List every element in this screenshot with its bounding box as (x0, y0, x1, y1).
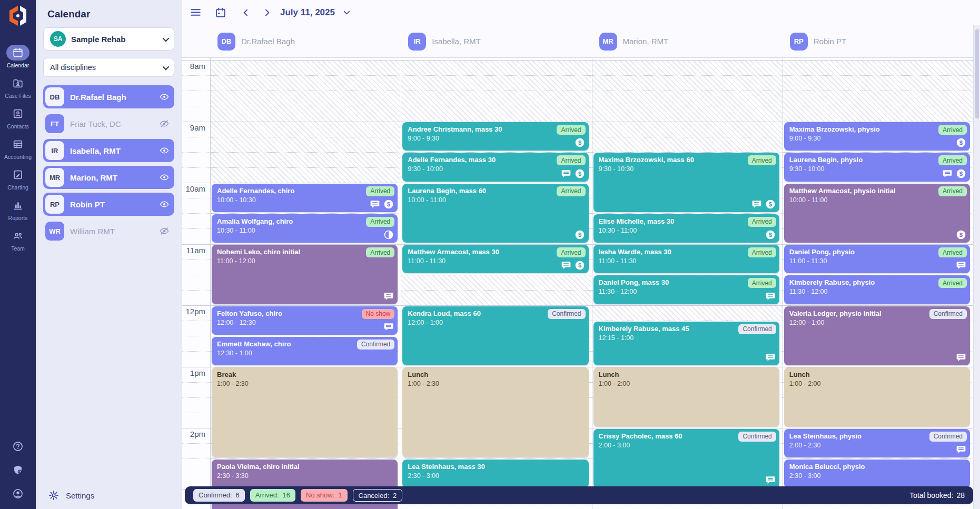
rail-item-accounting[interactable]: Accounting (0, 136, 36, 160)
column-separator (210, 25, 211, 509)
status-badge: Arrived (557, 155, 585, 165)
appointment-crissy-pacholec-mass-60[interactable]: Crissy Pacholec, mass 60 2:00 - 3:00 Con… (593, 429, 779, 488)
staff-avatar: RP (45, 195, 64, 214)
appointment-time: 12:30 - 1:00 (217, 350, 392, 357)
appointment-emmett-mcshaw-chiro[interactable]: Emmett Mcshaw, chiro 12:30 - 1:00 Confir… (212, 337, 398, 365)
appointment-daniel-pong-mass-30[interactable]: Daniel Pong, mass 30 11:30 - 12:00 Arriv… (593, 275, 779, 304)
staff-item-friar-tuck-dc[interactable]: FT Friar Tuck, DC (43, 112, 174, 135)
appointment-time: 10:00 - 11:00 (789, 196, 965, 204)
staff-avatar: WR (45, 222, 64, 241)
status-badge: Confirmed (548, 309, 585, 319)
chat-icon (383, 291, 394, 302)
date-dropdown-icon[interactable] (340, 6, 354, 19)
dollar-icon: $ (956, 168, 966, 179)
rail-item-label: Reports (8, 215, 28, 221)
appointment-daniel-pong-physio[interactable]: Daniel Pong, physio 11:00 - 11:30 Arrive… (784, 245, 970, 273)
provider-avatar: MR (599, 33, 617, 51)
rail-item-case-files[interactable]: Case Files (0, 75, 36, 99)
appointment-monica-belucci-physio[interactable]: Monica Belucci, physio 2:30 - 3:00 (784, 460, 970, 488)
eye-off-icon (160, 119, 169, 128)
appointment-lunch[interactable]: Lunch 1:00 - 2:00 (593, 367, 779, 427)
appointment-kendra-loud-mass-60[interactable]: Kendra Loud, mass 60 12:00 - 1:00 Confir… (402, 306, 588, 366)
rail-item-charting[interactable]: Charting (0, 167, 36, 191)
rail-item-label: Calendar (7, 62, 29, 68)
appointment-felton-yafuso-chiro[interactable]: Felton Yafuso, chiro 12:00 - 12:30 No sh… (212, 306, 398, 335)
appointment-time: 2:30 - 3:30 (217, 472, 392, 480)
prev-day-button[interactable] (239, 6, 253, 19)
appointment-lunch[interactable]: Lunch 1:00 - 2:30 (402, 367, 588, 457)
appointment-adelle-fernandes-mass-30[interactable]: Adelle Fernandes, mass 30 9:30 - 10:00 A… (402, 153, 588, 181)
clinic-avatar: SA (50, 31, 66, 47)
provider-name: Isabella, RMT (432, 37, 481, 46)
next-day-button[interactable] (260, 6, 274, 19)
appointment-kimberely-rabuse-physio[interactable]: Kimberely Rabuse, physio 11:30 - 12:00 A… (784, 275, 970, 304)
appointment-lea-steinhaus-mass-30[interactable]: Lea Steinhaus, mass 30 2:30 - 3:00 (402, 460, 588, 488)
chat-icon (751, 199, 762, 209)
appointment-valeria-ledger-physio-initial[interactable]: Valeria Ledger, physio initial 12:00 - 1… (784, 306, 970, 366)
rail-item-calendar[interactable]: Calendar (0, 45, 36, 68)
appointment-matthew-armacost-physio-initial[interactable]: Matthew Armacost, physio initial 10:00 -… (784, 184, 970, 243)
nav-rail: Calendar Case Files Contacts Accounting … (0, 0, 36, 509)
discipline-filter[interactable]: All disciplines (43, 58, 174, 77)
appointment-time: 12:00 - 12:30 (217, 319, 392, 326)
svg-text:$: $ (387, 201, 390, 207)
clinic-selector[interactable]: SA Sample Rehab (43, 27, 174, 51)
appointment-amalia-wolfgang-chiro[interactable]: Amalia Wolfgang, chiro 10:30 - 11:00 Arr… (212, 214, 398, 243)
appointment-icons: $ (956, 229, 966, 240)
menu-icon[interactable] (189, 6, 202, 19)
appointment-iesha-wardle-mass-30[interactable]: Iesha Wardle, mass 30 11:00 - 11:30 Arri… (593, 245, 779, 273)
sidebar-panel: Calendar SA Sample Rehab All disciplines… (36, 0, 182, 509)
appointment-matthew-armacost-mass-30[interactable]: Matthew Armacost, mass 30 11:00 - 11:30 … (402, 245, 588, 273)
rail-item-contacts[interactable]: Contacts (0, 106, 36, 129)
appointment-maxima-brzozowski-physio[interactable]: Maxima Brzozowski, physio 9:00 - 9:30 Ar… (784, 122, 970, 151)
chat-icon (765, 352, 776, 363)
help-button[interactable] (12, 441, 24, 454)
gear-icon (48, 490, 59, 501)
column-header-robin-pt[interactable]: RP Robin PT (783, 25, 973, 58)
provider-avatar: RP (790, 33, 808, 51)
appointment-lunch[interactable]: Lunch 1:00 - 2:00 (784, 367, 970, 427)
grid-line (182, 183, 973, 183)
appointment-icons (765, 291, 776, 302)
staff-avatar: FT (45, 114, 64, 133)
settings-button[interactable]: Settings (48, 490, 94, 501)
time-label: 1pm (182, 368, 210, 377)
appointment-elise-michelle-mass-30[interactable]: Elise Michelle, mass 30 10:30 - 11:00 Ar… (593, 214, 779, 243)
vertical-scrollbar[interactable] (973, 25, 980, 509)
rail-item-team[interactable]: Team (0, 228, 36, 252)
staff-item-isabella-rmt[interactable]: IR Isabella, RMT (43, 139, 174, 162)
account-button[interactable] (12, 488, 24, 502)
staff-item-robin-pt[interactable]: RP Robin PT (43, 193, 174, 216)
appointment-icons (383, 229, 394, 240)
appointment-andree-christmann-mass-30[interactable]: Andree Christmann, mass 30 9:00 - 9:30 A… (402, 122, 588, 151)
staff-item-dr-rafael-bagh[interactable]: DB Dr.Rafael Bagh (43, 85, 174, 108)
appointment-adelle-fernandes-chiro[interactable]: Adelle Fernandes, chiro 10:00 - 10:30 Ar… (212, 184, 398, 212)
calendar-today-icon[interactable] (214, 6, 227, 19)
column-header-dr-rafael-bagh[interactable]: DB Dr.Rafael Bagh (210, 25, 401, 58)
privacy-button[interactable] (12, 464, 24, 478)
appointment-kimberely-rabuse-mass-45[interactable]: Kimberely Rabuse, mass 45 12:15 - 1:00 C… (593, 322, 779, 365)
staff-name: Robin PT (70, 200, 105, 209)
staff-item-marion-rmt[interactable]: MR Marion, RMT (43, 166, 174, 189)
contacts-icon (12, 108, 24, 119)
dollar-icon: $ (956, 137, 966, 148)
column-header-marion-rmt[interactable]: MR Marion, RMT (592, 25, 783, 58)
current-date[interactable]: July 11, 2025 (280, 7, 335, 18)
staff-item-william-rmt[interactable]: WR William RMT (43, 219, 174, 243)
appointment-lea-steinhaus-physio[interactable]: Lea Steinhaus, physio 2:00 - 2:30 Confir… (784, 429, 970, 457)
appointment-icons: $ (561, 260, 585, 271)
appointment-title: Lunch (408, 371, 583, 378)
rail-item-reports[interactable]: Reports (0, 197, 36, 221)
appointment-break[interactable]: Break 1:00 - 2:30 (212, 367, 398, 457)
appointment-time: 11:00 - 12:00 (217, 257, 392, 265)
appointment-maxima-brzozowski-mass-60[interactable]: Maxima Brzozowski, mass 60 9:30 - 10:30 … (593, 153, 779, 212)
grid-line (182, 305, 973, 306)
scrollbar-thumb[interactable] (975, 29, 979, 118)
appointment-laurena-begin-physio[interactable]: Laurena Begin, physio 9:30 - 10:00 Arriv… (784, 153, 970, 181)
eye-off-icon (160, 226, 169, 236)
appointment-icons: $ (575, 137, 585, 148)
appointment-title: Break (217, 371, 392, 378)
column-header-isabella-rmt[interactable]: IR Isabella, RMT (401, 25, 591, 58)
appointment-nohemi-leko-chiro-initial[interactable]: Nohemi Leko, chiro initial 11:00 - 12:00… (212, 245, 398, 304)
appointment-laurena-begin-mass-60[interactable]: Laurena Begin, mass 60 10:00 - 11:00 Arr… (402, 184, 588, 243)
